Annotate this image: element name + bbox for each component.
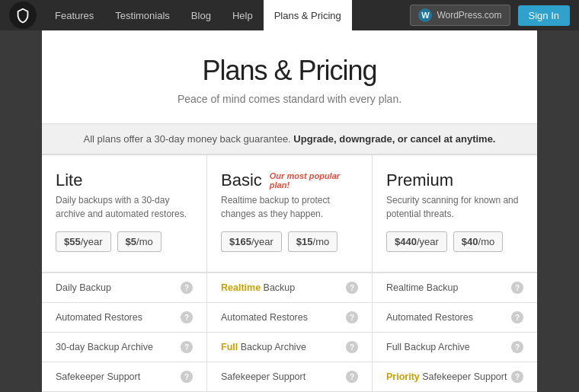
- wordpress-icon: W: [418, 8, 432, 22]
- nav-features[interactable]: Features: [44, 0, 104, 30]
- plan-lite-desc: Daily backups with a 30-day archive and …: [56, 193, 193, 221]
- nav-blog[interactable]: Blog: [181, 0, 222, 30]
- feature-row-archive: 30-day Backup Archive ? Full Backup Arch…: [42, 333, 537, 362]
- nav-plans-pricing[interactable]: Plans & Pricing: [264, 0, 352, 30]
- guarantee-text-bold: Upgrade, downgrade, or cancel at anytime…: [293, 133, 495, 145]
- page-subtitle: Peace of mind comes standard with every …: [57, 93, 522, 105]
- help-icon-premium-safekeeper[interactable]: ?: [511, 371, 523, 383]
- plan-basic-annual-btn[interactable]: $165/year: [221, 231, 282, 252]
- main-content: Plans & Pricing Peace of mind comes stan…: [42, 30, 537, 392]
- plan-premium-prices: $440/year $40/mo: [386, 231, 523, 252]
- nav-testimonials[interactable]: Testimonials: [104, 0, 181, 30]
- feature-premium-backup: Realtime Backup ?: [373, 273, 537, 302]
- feature-basic-restores: Automated Restores ?: [207, 303, 373, 332]
- plan-basic-monthly-btn[interactable]: $15/mo: [288, 231, 337, 252]
- help-icon-lite-archive[interactable]: ?: [181, 341, 193, 353]
- plan-premium-monthly-btn[interactable]: $40/mo: [453, 231, 503, 252]
- feature-row-safekeeper: Safekeeper Support ? Safekeeper Support …: [42, 362, 537, 392]
- help-icon-lite-backup[interactable]: ?: [181, 282, 193, 294]
- nav-right: W WordPress.com Sign In: [410, 5, 570, 26]
- help-icon-lite-safekeeper[interactable]: ?: [181, 371, 193, 383]
- plan-basic-name: Basic Our most popular plan!: [221, 171, 358, 190]
- plan-premium-desc: Security scanning for known and potentia…: [386, 193, 523, 221]
- wordpress-badge[interactable]: W WordPress.com: [410, 5, 510, 26]
- help-icon-premium-restores[interactable]: ?: [511, 311, 523, 323]
- help-icon-premium-backup[interactable]: ?: [511, 282, 523, 294]
- feature-basic-safekeeper: Safekeeper Support ?: [207, 362, 373, 391]
- plan-premium-annual-btn[interactable]: $440/year: [386, 231, 447, 252]
- hero-section: Plans & Pricing Peace of mind comes stan…: [42, 30, 537, 123]
- help-icon-basic-archive[interactable]: ?: [346, 341, 358, 353]
- guarantee-bar: All plans offer a 30-day money back guar…: [42, 123, 537, 155]
- help-icon-basic-safekeeper[interactable]: ?: [346, 371, 358, 383]
- plans-container: Lite Daily backups with a 30-day archive…: [42, 155, 537, 272]
- guarantee-text-normal: All plans offer a 30-day money back guar…: [84, 133, 291, 145]
- feature-lite-archive: 30-day Backup Archive ?: [42, 333, 207, 362]
- help-icon-lite-restores[interactable]: ?: [181, 311, 193, 323]
- nav-links: Features Testimonials Blog Help Plans & …: [44, 0, 410, 30]
- plan-basic-desc: Realtime backup to protect changes as th…: [221, 193, 358, 221]
- plan-lite-prices: $55/year $5/mo: [56, 231, 193, 252]
- plan-basic-prices: $165/year $15/mo: [221, 231, 358, 252]
- plan-lite-annual-btn[interactable]: $55/year: [56, 231, 111, 252]
- plan-lite: Lite Daily backups with a 30-day archive…: [42, 155, 207, 272]
- help-icon-basic-backup[interactable]: ?: [346, 282, 358, 294]
- feature-lite-safekeeper: Safekeeper Support ?: [42, 362, 207, 391]
- feature-row-backup: Daily Backup ? Realtime Backup ? Realtim…: [42, 273, 537, 303]
- feature-row-restores: Automated Restores ? Automated Restores …: [42, 303, 537, 333]
- plan-lite-monthly-btn[interactable]: $5/mo: [117, 231, 162, 252]
- plan-premium: Premium Security scanning for known and …: [373, 155, 537, 272]
- feature-premium-restores: Automated Restores ?: [373, 303, 537, 332]
- popular-badge: Our most popular plan!: [270, 171, 358, 190]
- feature-basic-backup: Realtime Backup ?: [207, 273, 373, 302]
- nav-help[interactable]: Help: [222, 0, 264, 30]
- wp-badge-label: WordPress.com: [437, 10, 501, 21]
- feature-basic-archive: Full Backup Archive ?: [207, 333, 373, 362]
- feature-premium-safekeeper: Priority Safekeeper Support ?: [373, 362, 537, 391]
- plan-lite-name: Lite: [56, 171, 193, 190]
- page-title: Plans & Pricing: [57, 55, 522, 87]
- navigation: Features Testimonials Blog Help Plans & …: [0, 0, 579, 30]
- signin-button[interactable]: Sign In: [518, 5, 570, 26]
- help-icon-premium-archive[interactable]: ?: [511, 341, 523, 353]
- logo[interactable]: [9, 2, 37, 29]
- feature-lite-backup: Daily Backup ?: [42, 273, 207, 302]
- vaultpress-icon: [14, 7, 31, 24]
- feature-lite-restores: Automated Restores ?: [42, 303, 207, 332]
- plan-premium-name: Premium: [386, 171, 523, 190]
- plan-basic: Basic Our most popular plan! Realtime ba…: [207, 155, 373, 272]
- features-section: Daily Backup ? Realtime Backup ? Realtim…: [42, 272, 537, 392]
- help-icon-basic-restores[interactable]: ?: [346, 311, 358, 323]
- feature-premium-archive: Full Backup Archive ?: [373, 333, 537, 362]
